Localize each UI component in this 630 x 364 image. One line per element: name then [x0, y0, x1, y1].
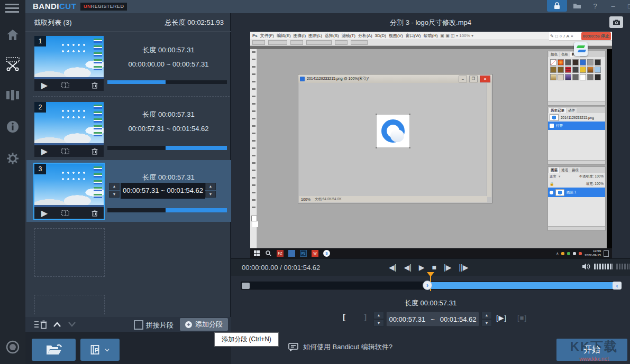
clip3-controls: ▶	[34, 207, 104, 219]
clip3-progress	[107, 208, 227, 212]
open-folder-title-icon[interactable]	[569, 0, 585, 12]
clip2-range: 00:00:57.31 ~ 00:01:54.62	[106, 125, 231, 133]
style-swatches	[548, 57, 605, 82]
video-preview[interactable]: Ps 文件(F)编辑(E)图像(I) 图层(L)选择(S)滤镜(T) 分析(A)…	[250, 32, 612, 258]
pencil-icon: ✎	[550, 34, 554, 39]
clip3-range-field[interactable]: 00:00:57.31 ~ 00:01:54.62	[121, 183, 205, 199]
frame-back-button[interactable]: ◀|	[404, 263, 411, 272]
start-button[interactable]: 开始	[556, 339, 627, 361]
ps-toolbox	[250, 49, 257, 248]
merge-checkbox-label[interactable]: 拼接片段	[146, 321, 174, 330]
playhead-marker[interactable]	[427, 272, 434, 277]
register-lock-button[interactable]	[547, 0, 567, 12]
text-icon: A	[567, 34, 569, 39]
help-link[interactable]: 如何使用 Bandicut 编辑软件?	[288, 342, 392, 352]
presets-button[interactable]: P	[80, 339, 120, 361]
clear-list-icon[interactable]	[34, 320, 48, 329]
clip3-play-button[interactable]: ▶	[34, 208, 54, 218]
ps-document-window: 20141129233215.png @ 100%(索引)* – ❐ × 100…	[298, 74, 492, 203]
timeline-selection[interactable]	[427, 282, 614, 289]
add-segment-button[interactable]: + 添加分段	[180, 318, 228, 331]
clip3-end-spinner[interactable]: ▲▼	[205, 183, 216, 198]
speech-bubble-icon	[288, 343, 298, 351]
svg-text:P: P	[95, 347, 98, 353]
segment-start-spinner[interactable]: ▲▼	[373, 312, 384, 326]
prev-segment-button[interactable]: ◀|	[389, 263, 396, 272]
selection-end-handle[interactable]: ‹	[613, 282, 622, 290]
rect-icon: □	[555, 34, 558, 39]
circle-icon: ○	[560, 34, 562, 39]
bandicut-window: BANDICUT UNREGISTERED ? – □ × 截取列表 (3) 总…	[0, 0, 630, 364]
maximize-button[interactable]: □	[622, 0, 630, 12]
separator	[33, 96, 230, 97]
clip2-frames-icon[interactable]	[54, 148, 76, 154]
clip1-frames-icon[interactable]	[54, 82, 76, 88]
mark-in-button[interactable]: [	[343, 312, 345, 321]
clip1-play-button[interactable]: ▶	[34, 80, 54, 90]
timeline-left-handle[interactable]	[242, 283, 250, 289]
stop-button[interactable]: ■	[432, 263, 436, 272]
line-icon: /	[563, 34, 564, 39]
volume-control[interactable]	[582, 263, 630, 270]
clip-list-header: 截取列表 (3) 总长度 00:02:51.93	[25, 13, 231, 32]
merge-checkbox[interactable]	[134, 320, 143, 330]
add-segment-tooltip: 添加分段 (Ctrl+N)	[214, 332, 279, 347]
segment-end-spinner[interactable]: ▲▼	[481, 312, 492, 326]
join-tool-icon[interactable]	[5, 88, 20, 102]
stop-segment-button[interactable]: [■]	[517, 314, 527, 322]
play-button[interactable]: ▶	[419, 263, 425, 272]
clip3-frames-icon[interactable]	[54, 210, 76, 216]
screen-recorder-toolbar: ✎□○ /A× 00:00:56 停止	[549, 32, 612, 41]
clip-list-title: 截取列表 (3)	[34, 18, 72, 27]
next-segment-button[interactable]: ||▶	[459, 263, 468, 272]
empty-clip-placeholder-2	[34, 295, 105, 314]
move-up-icon[interactable]	[53, 321, 61, 328]
clip1-range: 00:00:00.00 ~ 00:00:57.31	[106, 60, 231, 68]
home-icon[interactable]	[5, 27, 20, 42]
info-icon[interactable]	[5, 119, 20, 134]
open-file-button[interactable]	[32, 339, 76, 361]
frame-forward-button[interactable]: |▶	[444, 263, 451, 272]
png-file-icon	[300, 77, 305, 81]
qq-logo-canvas	[377, 115, 409, 147]
clip2-delete-icon[interactable]	[86, 148, 104, 155]
clip3-delete-icon[interactable]	[86, 210, 104, 217]
windows-taskbar: FZ Ps W S ∧ 13:592022-09-15	[250, 248, 612, 258]
segment-range-field[interactable]: 00:00:57.31~00:01:54.62	[386, 312, 479, 326]
minimize-button[interactable]: –	[605, 0, 621, 12]
volume-meter-empty	[616, 264, 630, 269]
volume-meter-filled	[594, 264, 613, 269]
letterbox	[607, 49, 612, 248]
system-tray: ∧ 13:592022-09-15	[556, 249, 609, 257]
help-button[interactable]: ?	[587, 0, 603, 12]
history-file-row: 20141129233215.png	[548, 113, 605, 122]
hamburger-menu-icon[interactable]	[5, 4, 19, 13]
clip2-controls: ▶	[34, 145, 104, 157]
cut-tool-icon[interactable]	[5, 56, 20, 71]
empty-clip-placeholder	[34, 228, 105, 277]
photoshop-taskbar-icon: Ps	[300, 250, 307, 257]
app-logo: BANDICUT	[33, 2, 76, 11]
wps-icon: W	[312, 250, 318, 257]
clip1-controls: ▶	[34, 79, 104, 91]
selection-start-handle[interactable]: ›	[423, 281, 432, 290]
clip3-start-spinner[interactable]: ▲▼	[109, 183, 120, 198]
move-down-icon[interactable]	[68, 321, 76, 328]
titlebar: BANDICUT UNREGISTERED ? – □ ×	[25, 0, 630, 13]
search-icon	[265, 250, 272, 257]
clip1-delete-icon[interactable]	[86, 82, 104, 89]
record-icon[interactable]	[5, 340, 20, 354]
clip2-play-button[interactable]: ▶	[34, 146, 54, 156]
clip2-length: 长度 00:00:57.31	[106, 110, 231, 119]
settings-gear-icon[interactable]	[5, 151, 20, 166]
ps-document-title: 20141129233215.png @ 100%(索引)*	[307, 76, 456, 81]
speaker-icon	[582, 263, 591, 270]
plus-icon: +	[185, 321, 192, 328]
mark-out-button[interactable]: ]	[364, 312, 367, 321]
play-segment-button[interactable]: [▶]	[496, 314, 507, 322]
history-thumbnail	[550, 114, 559, 121]
snapshot-camera-button[interactable]	[609, 16, 623, 28]
app-icon	[288, 250, 295, 257]
ps-history-panel: 历史记录动作 20141129233215.png 打开	[547, 107, 606, 165]
start-icon	[253, 250, 260, 257]
